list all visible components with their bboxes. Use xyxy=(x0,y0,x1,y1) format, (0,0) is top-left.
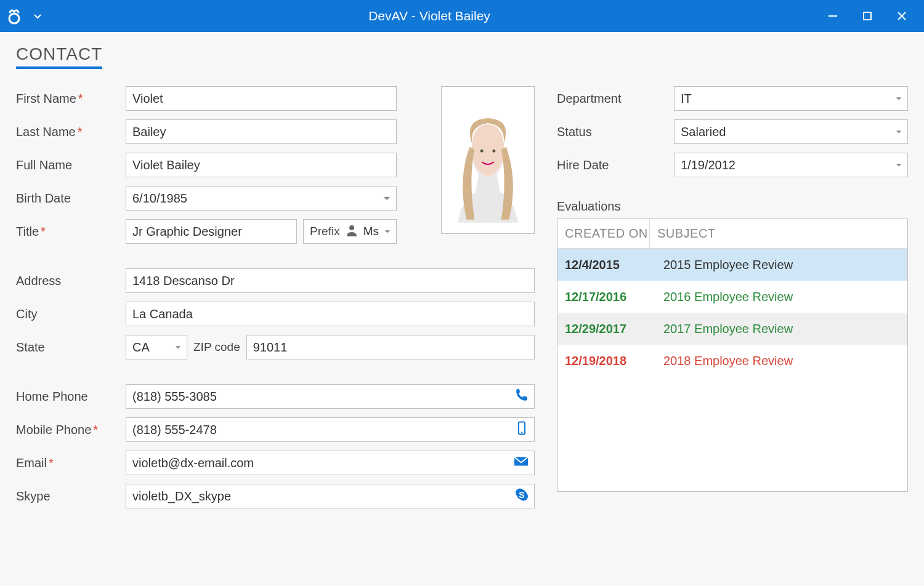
evaluation-row[interactable]: 12/17/20162016 Employee Review xyxy=(557,281,907,313)
minimize-button[interactable] xyxy=(816,0,850,32)
first-name-label: First Name* xyxy=(16,92,126,106)
title-input[interactable]: Jr Graphic Designer xyxy=(126,219,297,244)
chevron-down-icon xyxy=(384,225,391,238)
skype-label: Skype xyxy=(16,489,126,504)
mobile-phone-input[interactable]: (818) 555-2478 xyxy=(126,417,535,442)
home-phone-input[interactable]: (818) 555-3085 xyxy=(126,384,535,409)
app-logo-icon xyxy=(5,7,23,25)
evaluation-date: 12/29/2017 xyxy=(557,322,656,336)
evaluation-subject: 2016 Employee Review xyxy=(656,290,907,304)
full-name-input[interactable]: Violet Bailey xyxy=(126,153,397,177)
phone-icon xyxy=(514,388,529,406)
column-header-created-on[interactable]: CREATED ON xyxy=(557,219,650,248)
svg-point-9 xyxy=(521,431,523,433)
first-name-input[interactable]: Violet xyxy=(126,86,397,111)
department-select[interactable]: IT xyxy=(674,86,908,111)
mobile-phone-label: Mobile Phone* xyxy=(16,423,126,437)
status-label: Status xyxy=(557,125,674,139)
evaluations-heading: Evaluations xyxy=(557,199,908,214)
chevron-down-icon xyxy=(895,95,902,102)
evaluation-subject: 2017 Employee Review xyxy=(656,322,907,336)
svg-point-5 xyxy=(349,225,354,230)
column-header-subject[interactable]: SUBJECT xyxy=(650,227,907,241)
titlebar: DevAV - Violet Bailey xyxy=(0,0,924,32)
content-area: CONTACT First Name* Violet Last Name* Ba… xyxy=(0,32,924,586)
state-select[interactable]: CA xyxy=(126,335,187,359)
birth-date-label: Birth Date xyxy=(16,191,126,206)
last-name-input[interactable]: Bailey xyxy=(126,119,397,144)
evaluation-date: 12/19/2018 xyxy=(557,354,656,368)
close-button[interactable] xyxy=(885,0,919,32)
address-label: Address xyxy=(16,274,126,288)
quick-access-dropdown-icon[interactable] xyxy=(32,12,43,20)
window-title: DevAV - Violet Bailey xyxy=(43,9,816,23)
evaluation-row[interactable]: 12/19/20182018 Employee Review xyxy=(557,345,907,377)
svg-text:S: S xyxy=(519,490,524,500)
city-label: City xyxy=(16,307,126,321)
svg-point-7 xyxy=(492,150,495,153)
evaluations-table: CREATED ON SUBJECT 12/4/20152015 Employe… xyxy=(557,219,908,492)
evaluation-subject: 2018 Employee Review xyxy=(656,354,907,368)
zip-label: ZIP code xyxy=(187,340,246,354)
status-select[interactable]: Salaried xyxy=(674,119,908,144)
full-name-label: Full Name xyxy=(16,158,126,172)
email-input[interactable]: violetb@dx-email.com xyxy=(126,451,535,475)
evaluation-date: 12/4/2015 xyxy=(557,258,656,272)
svg-point-0 xyxy=(9,14,19,23)
department-label: Department xyxy=(557,92,674,106)
evaluations-header: CREATED ON SUBJECT xyxy=(557,219,907,249)
chevron-down-icon xyxy=(895,161,902,169)
birth-date-input[interactable]: 6/10/1985 xyxy=(126,186,397,211)
person-icon xyxy=(345,223,359,240)
maximize-button[interactable] xyxy=(850,0,885,32)
zip-input[interactable]: 91011 xyxy=(246,335,535,359)
hire-date-label: Hire Date xyxy=(557,158,674,172)
evaluation-date: 12/17/2016 xyxy=(557,290,656,304)
chevron-down-icon xyxy=(895,128,902,135)
city-input[interactable]: La Canada xyxy=(126,302,535,326)
svg-rect-2 xyxy=(864,12,871,20)
evaluation-row[interactable]: 12/29/20172017 Employee Review xyxy=(557,313,907,345)
evaluation-row[interactable]: 12/4/20152015 Employee Review xyxy=(557,249,907,281)
title-label: Title* xyxy=(16,225,126,239)
prefix-select[interactable]: Prefix Ms xyxy=(303,219,397,244)
mobile-icon xyxy=(514,421,529,439)
chevron-down-icon xyxy=(383,194,391,203)
section-tab-contact[interactable]: CONTACT xyxy=(16,44,102,69)
address-input[interactable]: 1418 Descanso Dr xyxy=(126,268,535,293)
email-icon xyxy=(513,454,529,472)
last-name-label: Last Name* xyxy=(16,125,126,139)
skype-icon: S xyxy=(514,488,529,505)
employee-photo[interactable] xyxy=(441,86,535,234)
svg-point-6 xyxy=(480,150,484,153)
home-phone-label: Home Phone xyxy=(16,390,126,404)
hire-date-input[interactable]: 1/19/2012 xyxy=(674,153,908,177)
skype-input[interactable]: violetb_DX_skype S xyxy=(126,484,535,508)
evaluation-subject: 2015 Employee Review xyxy=(656,258,907,272)
state-label: State xyxy=(16,340,126,355)
email-label: Email* xyxy=(16,456,126,470)
chevron-down-icon xyxy=(174,343,182,351)
